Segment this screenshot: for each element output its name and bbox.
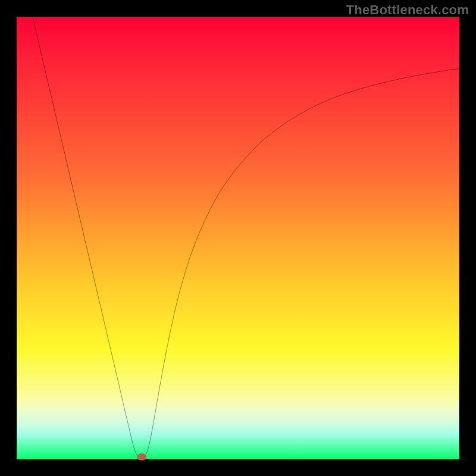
chart-frame: TheBottleneck.com bbox=[0, 0, 476, 476]
bottleneck-curve bbox=[17, 17, 459, 459]
minimum-marker bbox=[137, 453, 146, 461]
plot-area bbox=[17, 17, 459, 459]
watermark-text: TheBottleneck.com bbox=[346, 4, 469, 17]
